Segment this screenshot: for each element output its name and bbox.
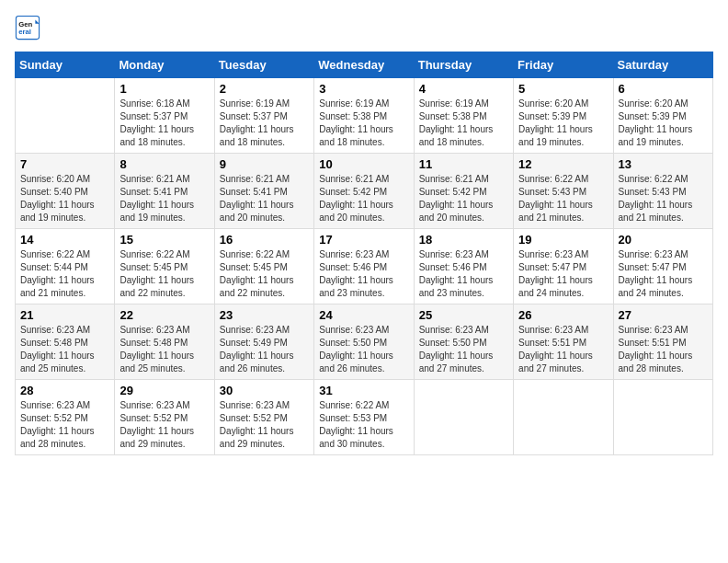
calendar-cell: 10Sunrise: 6:21 AM Sunset: 5:42 PM Dayli…: [314, 154, 414, 229]
calendar-cell: 17Sunrise: 6:23 AM Sunset: 5:46 PM Dayli…: [314, 229, 414, 304]
day-info: Sunrise: 6:23 AM Sunset: 5:47 PM Dayligh…: [518, 248, 608, 300]
day-info: Sunrise: 6:20 AM Sunset: 5:39 PM Dayligh…: [518, 98, 608, 149]
calendar-cell: 3Sunrise: 6:19 AM Sunset: 5:38 PM Daylig…: [314, 78, 414, 154]
day-info: Sunrise: 6:20 AM Sunset: 5:40 PM Dayligh…: [20, 173, 109, 224]
day-info: Sunrise: 6:23 AM Sunset: 5:52 PM Dayligh…: [220, 399, 309, 451]
calendar-cell: 20Sunrise: 6:23 AM Sunset: 5:47 PM Dayli…: [613, 229, 712, 304]
calendar-cell: [16, 78, 115, 154]
day-info: Sunrise: 6:21 AM Sunset: 5:42 PM Dayligh…: [319, 173, 408, 224]
day-info: Sunrise: 6:19 AM Sunset: 5:38 PM Dayligh…: [319, 98, 408, 149]
day-number: 3: [319, 82, 408, 96]
calendar-cell: 19Sunrise: 6:23 AM Sunset: 5:47 PM Dayli…: [514, 229, 613, 304]
day-number: 28: [20, 384, 109, 397]
day-info: Sunrise: 6:23 AM Sunset: 5:47 PM Dayligh…: [619, 248, 708, 300]
day-info: Sunrise: 6:22 AM Sunset: 5:45 PM Dayligh…: [220, 248, 309, 300]
calendar-cell: 26Sunrise: 6:23 AM Sunset: 5:51 PM Dayli…: [514, 304, 613, 380]
logo-icon: Gen eral: [15, 15, 40, 40]
day-info: Sunrise: 6:22 AM Sunset: 5:45 PM Dayligh…: [119, 248, 209, 300]
calendar-cell: 21Sunrise: 6:23 AM Sunset: 5:48 PM Dayli…: [16, 304, 115, 380]
weekday-header-saturday: Saturday: [613, 52, 712, 78]
calendar-cell: 14Sunrise: 6:22 AM Sunset: 5:44 PM Dayli…: [16, 229, 115, 304]
day-number: 6: [619, 82, 708, 96]
calendar-table: SundayMondayTuesdayWednesdayThursdayFrid…: [15, 52, 713, 455]
day-info: Sunrise: 6:19 AM Sunset: 5:38 PM Dayligh…: [419, 98, 508, 149]
day-info: Sunrise: 6:18 AM Sunset: 5:37 PM Dayligh…: [119, 98, 209, 149]
day-info: Sunrise: 6:21 AM Sunset: 5:42 PM Dayligh…: [419, 173, 508, 224]
calendar-cell: [414, 380, 513, 455]
day-info: Sunrise: 6:22 AM Sunset: 5:43 PM Dayligh…: [619, 173, 708, 224]
calendar-cell: 30Sunrise: 6:23 AM Sunset: 5:52 PM Dayli…: [214, 380, 313, 455]
day-number: 11: [419, 157, 508, 171]
weekday-header-monday: Monday: [115, 52, 214, 78]
svg-text:Gen: Gen: [18, 20, 32, 29]
day-number: 1: [119, 82, 209, 96]
day-info: Sunrise: 6:20 AM Sunset: 5:39 PM Dayligh…: [619, 98, 708, 149]
weekday-header-tuesday: Tuesday: [214, 52, 313, 78]
day-info: Sunrise: 6:23 AM Sunset: 5:48 PM Dayligh…: [20, 324, 109, 375]
day-number: 23: [220, 308, 309, 322]
day-number: 15: [119, 233, 209, 247]
calendar-cell: 4Sunrise: 6:19 AM Sunset: 5:38 PM Daylig…: [414, 78, 513, 154]
day-number: 26: [518, 308, 608, 322]
calendar-cell: 23Sunrise: 6:23 AM Sunset: 5:49 PM Dayli…: [214, 304, 313, 380]
day-number: 30: [220, 384, 309, 397]
day-number: 20: [619, 233, 708, 247]
calendar-cell: 24Sunrise: 6:23 AM Sunset: 5:50 PM Dayli…: [314, 304, 414, 380]
day-number: 10: [319, 157, 408, 171]
calendar-cell: 28Sunrise: 6:23 AM Sunset: 5:52 PM Dayli…: [16, 380, 115, 455]
day-info: Sunrise: 6:22 AM Sunset: 5:53 PM Dayligh…: [319, 399, 408, 451]
day-info: Sunrise: 6:23 AM Sunset: 5:52 PM Dayligh…: [119, 399, 209, 451]
calendar-cell: 31Sunrise: 6:22 AM Sunset: 5:53 PM Dayli…: [314, 380, 414, 455]
calendar-cell: 8Sunrise: 6:21 AM Sunset: 5:41 PM Daylig…: [115, 154, 214, 229]
day-number: 12: [518, 157, 608, 171]
day-info: Sunrise: 6:23 AM Sunset: 5:51 PM Dayligh…: [518, 324, 608, 375]
calendar-cell: 27Sunrise: 6:23 AM Sunset: 5:51 PM Dayli…: [613, 304, 712, 380]
day-info: Sunrise: 6:21 AM Sunset: 5:41 PM Dayligh…: [220, 173, 309, 224]
day-number: 4: [419, 82, 508, 96]
day-number: 8: [119, 157, 209, 171]
day-info: Sunrise: 6:23 AM Sunset: 5:49 PM Dayligh…: [220, 324, 309, 375]
day-number: 18: [419, 233, 508, 247]
day-number: 17: [319, 233, 408, 247]
calendar-cell: 29Sunrise: 6:23 AM Sunset: 5:52 PM Dayli…: [115, 380, 214, 455]
calendar-cell: 25Sunrise: 6:23 AM Sunset: 5:50 PM Dayli…: [414, 304, 513, 380]
calendar-cell: 18Sunrise: 6:23 AM Sunset: 5:46 PM Dayli…: [414, 229, 513, 304]
day-number: 21: [20, 308, 109, 322]
calendar-body: 1Sunrise: 6:18 AM Sunset: 5:37 PM Daylig…: [16, 78, 713, 455]
calendar-cell: [613, 380, 712, 455]
day-number: 2: [220, 82, 309, 96]
calendar-week-1: 1Sunrise: 6:18 AM Sunset: 5:37 PM Daylig…: [16, 78, 713, 154]
day-number: 14: [20, 233, 109, 247]
calendar-cell: 7Sunrise: 6:20 AM Sunset: 5:40 PM Daylig…: [16, 154, 115, 229]
day-number: 16: [220, 233, 309, 247]
day-info: Sunrise: 6:23 AM Sunset: 5:48 PM Dayligh…: [119, 324, 209, 375]
day-info: Sunrise: 6:23 AM Sunset: 5:50 PM Dayligh…: [419, 324, 508, 375]
day-info: Sunrise: 6:23 AM Sunset: 5:52 PM Dayligh…: [20, 399, 109, 451]
calendar-week-4: 21Sunrise: 6:23 AM Sunset: 5:48 PM Dayli…: [16, 304, 713, 380]
day-number: 19: [518, 233, 608, 247]
calendar-week-2: 7Sunrise: 6:20 AM Sunset: 5:40 PM Daylig…: [16, 154, 713, 229]
day-info: Sunrise: 6:22 AM Sunset: 5:43 PM Dayligh…: [518, 173, 608, 224]
calendar-cell: 22Sunrise: 6:23 AM Sunset: 5:48 PM Dayli…: [115, 304, 214, 380]
day-number: 24: [319, 308, 408, 322]
svg-text:eral: eral: [18, 28, 31, 36]
calendar-cell: 5Sunrise: 6:20 AM Sunset: 5:39 PM Daylig…: [514, 78, 613, 154]
day-number: 5: [518, 82, 608, 96]
calendar-cell: 9Sunrise: 6:21 AM Sunset: 5:41 PM Daylig…: [214, 154, 313, 229]
calendar-cell: 16Sunrise: 6:22 AM Sunset: 5:45 PM Dayli…: [214, 229, 313, 304]
calendar-header-row: SundayMondayTuesdayWednesdayThursdayFrid…: [16, 52, 713, 78]
weekday-header-sunday: Sunday: [16, 52, 115, 78]
day-info: Sunrise: 6:22 AM Sunset: 5:44 PM Dayligh…: [20, 248, 109, 300]
calendar-cell: [514, 380, 613, 455]
logo: Gen eral: [15, 15, 44, 40]
day-info: Sunrise: 6:19 AM Sunset: 5:37 PM Dayligh…: [220, 98, 309, 149]
day-number: 13: [619, 157, 708, 171]
calendar-cell: 13Sunrise: 6:22 AM Sunset: 5:43 PM Dayli…: [613, 154, 712, 229]
day-number: 29: [119, 384, 209, 397]
day-number: 25: [419, 308, 508, 322]
weekday-header-wednesday: Wednesday: [314, 52, 414, 78]
calendar-cell: 15Sunrise: 6:22 AM Sunset: 5:45 PM Dayli…: [115, 229, 214, 304]
calendar-cell: 11Sunrise: 6:21 AM Sunset: 5:42 PM Dayli…: [414, 154, 513, 229]
day-number: 7: [20, 157, 109, 171]
page-header: Gen eral: [15, 15, 713, 40]
